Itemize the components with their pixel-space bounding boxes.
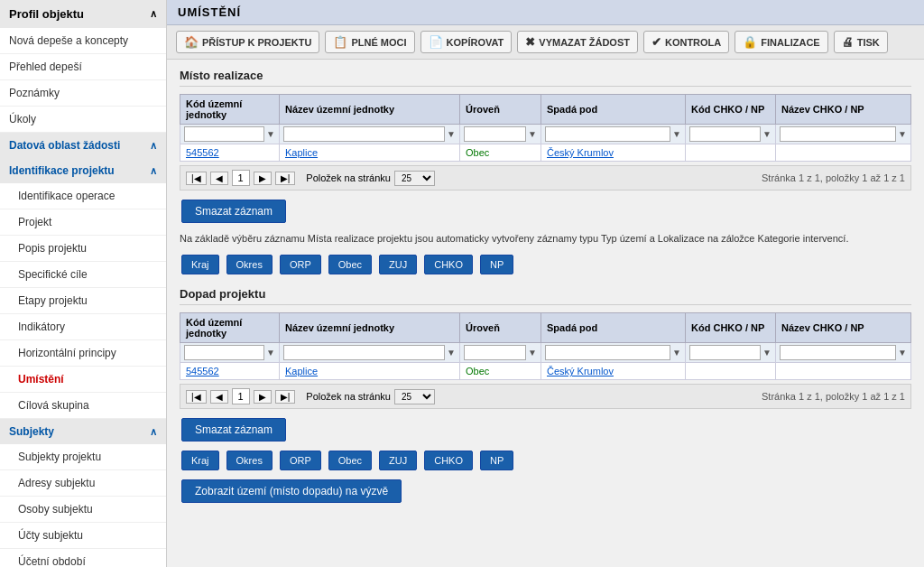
btn-np-dopad[interactable]: NP xyxy=(480,451,513,470)
cell-spada-pod[interactable]: Český Krumlov xyxy=(541,144,686,162)
btn-finalizace[interactable]: 🔒 FINALIZACE xyxy=(735,31,827,53)
dopad-pag-next[interactable]: ▶ xyxy=(254,390,272,404)
sidebar-identifikace-header[interactable]: Identifikace projektu ∧ xyxy=(0,158,166,183)
btn-kraj-dopad[interactable]: Kraj xyxy=(181,451,219,470)
btn-smazat-zaznam-misto[interactable]: Smazat záznam xyxy=(181,200,286,223)
btn-zuj-misto[interactable]: ZUJ xyxy=(379,255,417,274)
dopad-pag-first[interactable]: |◀ xyxy=(186,390,207,404)
misto-button-row: Kraj Okres ORP Obec ZUJ CHKO NP xyxy=(180,253,911,276)
sidebar-item-poznamky[interactable]: Poznámky xyxy=(0,80,166,107)
dopad-cell-kod[interactable]: 545562 xyxy=(180,363,280,380)
dopad-pag-info: Stránka 1 z 1, položky 1 až 1 z 1 xyxy=(762,391,905,402)
cell-nazev[interactable]: Kaplice xyxy=(280,144,460,162)
btn-chko-dopad[interactable]: CHKO xyxy=(424,451,473,470)
dopad-filter-icon-uroven[interactable]: ▼ xyxy=(528,348,537,358)
sidebar-item-etapy-projektu[interactable]: Etapy projektu xyxy=(0,288,166,314)
dopad-filter-kod-input[interactable] xyxy=(184,345,264,360)
dopad-filter-spada-input[interactable] xyxy=(545,345,670,360)
btn-zuj-dopad[interactable]: ZUJ xyxy=(379,451,417,470)
dopad-filter-uroven-input[interactable] xyxy=(464,345,526,360)
pag-last[interactable]: ▶| xyxy=(275,172,296,185)
sidebar-profil-header[interactable]: Profil objektu ∧ xyxy=(0,0,166,28)
btn-kopirovat[interactable]: 📄 KOPÍROVAT xyxy=(420,31,513,53)
filter-icon-nazev[interactable]: ▼ xyxy=(447,129,456,139)
sidebar-item-prehled-depesi[interactable]: Přehled depeší xyxy=(0,54,166,80)
sidebar-item-horizontalni-principy[interactable]: Horizontální principy xyxy=(0,340,166,367)
pag-next[interactable]: ▶ xyxy=(254,172,272,185)
dopad-filter-icon-nazvchko[interactable]: ▼ xyxy=(898,348,907,358)
dopad-pag-select[interactable]: 25 50 100 xyxy=(394,389,435,404)
btn-obec-dopad[interactable]: Obec xyxy=(328,451,372,470)
filter-icon-uroven[interactable]: ▼ xyxy=(528,129,537,139)
sidebar-item-adresy-subjektu[interactable]: Adresy subjektu xyxy=(0,470,166,497)
sidebar-item-depese[interactable]: Nová depeše a koncepty xyxy=(0,28,166,54)
sidebar-datova-oblast-header[interactable]: Datová oblast žádosti ∧ xyxy=(0,133,166,158)
btn-orp-dopad[interactable]: ORP xyxy=(280,451,321,470)
dopad-filter-icon-kodchko[interactable]: ▼ xyxy=(762,348,772,358)
btn-smazat-zaznam-dopad[interactable]: Smazat záznam xyxy=(181,418,286,442)
dopad-filter-icon-nazev[interactable]: ▼ xyxy=(447,348,456,358)
sidebar-item-umisteni[interactable]: Umístění xyxy=(0,367,166,393)
sidebar-item-identifikace-operace[interactable]: Identifikace operace xyxy=(0,183,166,209)
sidebar-item-popis-projektu[interactable]: Popis projektu xyxy=(0,236,166,262)
dopad-col-nazev-chko: Název CHKO / NP xyxy=(776,313,911,343)
filter-kodchko-input[interactable] xyxy=(689,126,761,142)
filter-icon-kodchko[interactable]: ▼ xyxy=(762,129,772,139)
pag-prev[interactable]: ◀ xyxy=(210,172,228,185)
misto-realizace-table: Kód územníjednotky Název územní jednotky… xyxy=(180,94,911,162)
btn-zobrazit-uzemi[interactable]: Zobrazit území (místo dopadu) na výzvě xyxy=(181,479,402,503)
btn-kraj-misto[interactable]: Kraj xyxy=(181,255,219,274)
dopad-pag-last[interactable]: ▶| xyxy=(275,390,296,404)
dopad-filter-icon-kod[interactable]: ▼ xyxy=(266,348,275,358)
sidebar-item-ucty-subjektu[interactable]: Účty subjektu xyxy=(0,523,166,549)
sidebar-subjekty-header[interactable]: Subjekty ∧ xyxy=(0,419,166,444)
sidebar-item-specificke-cile[interactable]: Specifické cíle xyxy=(0,262,166,288)
btn-vymazat-zadost[interactable]: ✖ VYMAZAT ŽÁDOST xyxy=(517,31,638,53)
table-row: 545562 Kaplice Obec Český Krumlov xyxy=(180,144,911,162)
btn-kontrola[interactable]: ✔ KONTROLA xyxy=(643,31,729,53)
btn-okres-dopad[interactable]: Okres xyxy=(226,451,273,470)
col-spada-pod: Spadá pod xyxy=(541,95,686,125)
dopad-filter-nazvchko-input[interactable] xyxy=(780,345,896,360)
dopad-filter-icon-spada[interactable]: ▼ xyxy=(672,348,681,358)
filter-icon-kod[interactable]: ▼ xyxy=(266,129,275,139)
sidebar-item-projekt[interactable]: Projekt xyxy=(0,209,166,236)
pag-polozek-select[interactable]: 25 50 100 xyxy=(394,171,435,186)
filter-nazev-input[interactable] xyxy=(283,126,445,142)
btn-okres-misto[interactable]: Okres xyxy=(226,255,273,274)
dopad-pag-prev[interactable]: ◀ xyxy=(210,390,228,404)
sidebar-item-osoby-subjektu[interactable]: Osoby subjektu xyxy=(0,497,166,523)
cell-kod[interactable]: 545562 xyxy=(180,144,280,162)
sidebar-item-indikatory[interactable]: Indikátory xyxy=(0,314,166,340)
dopad-cell-spada-pod[interactable]: Český Krumlov xyxy=(541,363,686,380)
btn-kontrola-label: KONTROLA xyxy=(665,37,721,48)
filter-icon-nazvchko[interactable]: ▼ xyxy=(898,129,907,139)
filter-uroven-input[interactable] xyxy=(464,126,526,142)
sidebar-item-cilova-skupina[interactable]: Cílová skupina xyxy=(0,393,166,419)
btn-obec-misto[interactable]: Obec xyxy=(328,255,372,274)
dopad-cell-nazev[interactable]: Kaplice xyxy=(280,363,460,380)
sidebar-item-ucetni-obdobi[interactable]: Účetní období xyxy=(0,549,166,567)
filter-spada-input[interactable] xyxy=(545,126,670,142)
btn-orp-misto[interactable]: ORP xyxy=(280,255,321,274)
btn-tisk[interactable]: 🖨 TISK xyxy=(834,31,888,53)
lock-icon: 🔒 xyxy=(743,35,757,49)
table-header-row: Kód územníjednotky Název územní jednotky… xyxy=(180,95,911,125)
cell-nazev-chko xyxy=(776,144,911,162)
pag-first[interactable]: |◀ xyxy=(186,172,207,185)
sidebar-item-subjekty-projektu[interactable]: Subjekty projektu xyxy=(0,444,166,470)
filter-kod-input[interactable] xyxy=(184,126,264,142)
dopad-button-row: Kraj Okres ORP Obec ZUJ CHKO NP xyxy=(180,449,911,472)
sidebar-item-ukoly[interactable]: Úkoly xyxy=(0,107,166,133)
filter-nazvchko-input[interactable] xyxy=(780,126,896,142)
btn-np-misto[interactable]: NP xyxy=(480,255,513,274)
dopad-filter-kodchko-input[interactable] xyxy=(689,345,761,360)
pagination-dopad: |◀ ◀ 1 ▶ ▶| Položek na stránku 25 50 100… xyxy=(180,384,911,409)
filter-icon-spada[interactable]: ▼ xyxy=(672,129,681,139)
btn-chko-misto[interactable]: CHKO xyxy=(424,255,473,274)
dopad-cell-nazev-chko xyxy=(776,363,911,380)
dopad-filter-nazev-input[interactable] xyxy=(283,345,445,360)
chevron-up-icon: ∧ xyxy=(150,8,157,20)
btn-plne-moci[interactable]: 📋 PLNÉ MOCI xyxy=(325,31,414,53)
btn-pristup-k-projektu[interactable]: 🏠 PŘÍSTUP K PROJEKTU xyxy=(176,31,319,53)
